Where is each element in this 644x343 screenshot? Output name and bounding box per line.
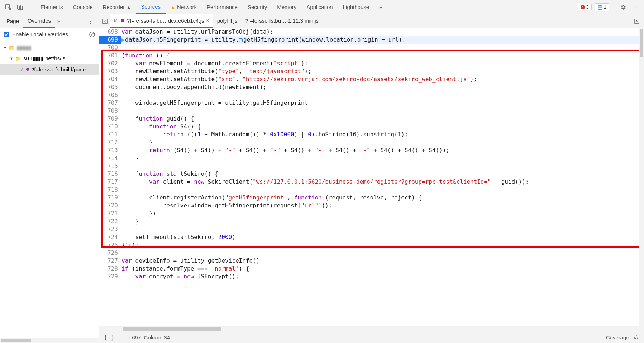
sidebar-tabs: Page Overrides » ⋮	[0, 14, 99, 28]
sidebar-tab-overrides[interactable]: Overrides	[23, 14, 55, 28]
code-line[interactable]: 703 newElement.setAttribute("type", "tex…	[99, 67, 644, 75]
folder-icon: 📁	[15, 56, 21, 61]
folder-icon: 📁	[9, 45, 15, 51]
code-line[interactable]: 721 })	[99, 210, 644, 217]
code-line[interactable]: 709 function guid() {	[99, 115, 644, 123]
panel-tab-recorder[interactable]: Recorder ▲	[98, 0, 136, 14]
code-line[interactable]: 729 var encrypt = new JSEncrypt();	[99, 273, 644, 281]
more-tabs[interactable]: »	[374, 0, 387, 14]
devtools-toolbar: ElementsConsoleRecorder ▲Sources▲ Networ…	[0, 0, 644, 14]
error-count: 3	[586, 4, 589, 10]
error-icon	[581, 5, 585, 9]
editor-pane: 🗎 ?f=fe-sso-fs:bu…dex.e6eb1c4.js × polyf…	[99, 14, 644, 343]
tree-domain[interactable]: ▼📁s0.r▮▮▮▮.net/bs/js	[0, 53, 99, 64]
editor-hscroll[interactable]	[99, 326, 644, 332]
page-vscroll[interactable]	[639, 14, 644, 343]
editor-tab-label: ?f=fe-sso-fs:bu…-1.11.3.min.js	[245, 18, 319, 24]
panel-tab-lighthouse[interactable]: Lighthouse	[338, 0, 374, 14]
editor-tab-0[interactable]: 🗎 ?f=fe-sso-fs:bu…dex.e6eb1c4.js ×	[110, 14, 213, 28]
code-line[interactable]: 700	[99, 44, 644, 52]
code-line[interactable]: 698var dataJson = utility.urlParamsToObj…	[99, 28, 644, 36]
sidebar-more-tabs[interactable]: »	[57, 18, 60, 24]
panel-tab-application[interactable]: Application	[301, 0, 338, 14]
panel-tab-console[interactable]: Console	[68, 0, 98, 14]
code-line[interactable]: 727var deviceInfo = utility.getDeviceInf…	[99, 257, 644, 265]
code-line[interactable]: 713 return (S4() + S4() + "-" + S4() + "…	[99, 146, 644, 154]
code-line[interactable]: 701(function () {	[99, 52, 644, 60]
clear-overrides-icon[interactable]	[89, 31, 95, 38]
code-line[interactable]: 699dataJson.h5Fingerprint = utility.getH…	[99, 36, 644, 44]
code-line[interactable]: 704 newElement.setAttribute("src", "http…	[99, 75, 644, 83]
code-line[interactable]: 706	[99, 91, 644, 99]
statusbar: { } Line 697, Column 34 Coverage: n/a	[99, 332, 644, 343]
tree-root[interactable]: ▼📁▮▮▮▮▮	[0, 42, 99, 53]
code-line[interactable]: 722 }	[99, 217, 644, 225]
editor-tab-2[interactable]: ?f=fe-sso-fs:bu…-1.11.3.min.js	[242, 14, 322, 28]
enable-overrides-checkbox[interactable]	[4, 32, 9, 37]
code-line[interactable]: 715	[99, 162, 644, 170]
nav-panel-icon[interactable]	[101, 17, 109, 25]
file-tree: ▼📁▮▮▮▮▮ ▼📁s0.r▮▮▮▮.net/bs/js 🗎?f=fe-sso-…	[0, 41, 99, 338]
cursor-position: Line 697, Column 34	[120, 334, 170, 340]
separator	[29, 3, 29, 11]
file-icon: 🗎	[114, 18, 118, 23]
panel-tab-elements[interactable]: Elements	[35, 0, 68, 14]
enable-overrides-row: Enable Local Overrides	[0, 28, 99, 41]
message-icon: ▤	[597, 4, 602, 10]
editor-tab-label: polyfill.js	[217, 18, 238, 24]
close-icon[interactable]: ×	[206, 18, 209, 23]
code-line[interactable]: 718	[99, 186, 644, 194]
separator	[614, 3, 614, 11]
code-line[interactable]: 717 var client = new SekiroClient("ws://…	[99, 178, 644, 186]
code-line[interactable]: 711 return (((1 + Math.random()) * 0x100…	[99, 131, 644, 138]
code-line[interactable]: 728if (instance.formType === 'normal') {	[99, 265, 644, 273]
code-editor[interactable]: 698var dataJson = utility.urlParamsToObj…	[99, 28, 644, 332]
code-line[interactable]: 707 window.getH5fingerprint = utility.ge…	[99, 99, 644, 107]
messages-badge[interactable]: ▤1	[595, 3, 609, 11]
svg-rect-5	[102, 19, 108, 23]
toolbar-right: 3 ▤1 ⋮	[578, 2, 641, 12]
panel-tab-sources[interactable]: Sources	[136, 0, 166, 14]
panel-tab-performance[interactable]: Performance	[202, 0, 243, 14]
error-badge[interactable]: 3	[578, 4, 592, 10]
svg-rect-1	[18, 5, 21, 9]
code-line[interactable]: 716 function startSekiro() {	[99, 170, 644, 178]
code-line[interactable]: 725})();	[99, 241, 644, 249]
code-line[interactable]: 702 var newElement = document.createElem…	[99, 60, 644, 67]
sidebar-tab-page[interactable]: Page	[2, 14, 23, 28]
sidebar-hscroll[interactable]	[0, 338, 99, 343]
settings-icon[interactable]	[618, 2, 628, 12]
code-line[interactable]: 714 }	[99, 154, 644, 162]
editor-wrap: 698var dataJson = utility.urlParamsToObj…	[99, 28, 644, 332]
coverage-indicator: Coverage: n/a	[606, 334, 640, 340]
file-icon: 🗎	[19, 67, 24, 72]
sidebar: Page Overrides » ⋮ Enable Local Override…	[0, 14, 99, 343]
code-line[interactable]: 723	[99, 225, 644, 233]
code-line[interactable]: 719 client.registerAction("getH5fingerpr…	[99, 194, 644, 202]
tree-file-label: ?f=fe-sso-fs:build/page	[31, 66, 86, 72]
kebab-menu-icon[interactable]: ⋮	[631, 2, 641, 12]
panel-tab-network[interactable]: ▲ Network	[166, 0, 202, 14]
panel-tab-memory[interactable]: Memory	[272, 0, 301, 14]
tree-root-label: ▮▮▮▮▮	[17, 44, 31, 51]
code-line[interactable]: 724 setTimeout(startSekiro, 2000)	[99, 233, 644, 241]
svg-rect-7	[634, 19, 639, 23]
code-line[interactable]: 720 resolve(window.getH5fingerprint(requ…	[99, 202, 644, 210]
message-count: 1	[604, 4, 606, 10]
code-line[interactable]: 726	[99, 249, 644, 257]
code-line[interactable]: 708	[99, 107, 644, 115]
sidebar-menu-icon[interactable]: ⋮	[85, 17, 97, 25]
code-line[interactable]: 712 }	[99, 138, 644, 146]
pretty-print-icon[interactable]: { }	[104, 334, 115, 341]
inspect-element-icon[interactable]	[3, 2, 13, 12]
device-toggle-icon[interactable]	[15, 2, 25, 12]
tree-file[interactable]: 🗎?f=fe-sso-fs:build/page	[0, 64, 99, 75]
editor-tab-1[interactable]: polyfill.js	[214, 14, 241, 28]
panel-tab-security[interactable]: Security	[243, 0, 272, 14]
override-dot-icon	[26, 68, 29, 71]
toolbar-left	[0, 2, 33, 12]
code-line[interactable]: 705 document.body.appendChild(newElement…	[99, 83, 644, 91]
code-line[interactable]: 710 function S4() {	[99, 123, 644, 131]
tree-domain-label: s0.r▮▮▮▮.net/bs/js	[23, 55, 65, 62]
svg-line-4	[90, 33, 94, 36]
